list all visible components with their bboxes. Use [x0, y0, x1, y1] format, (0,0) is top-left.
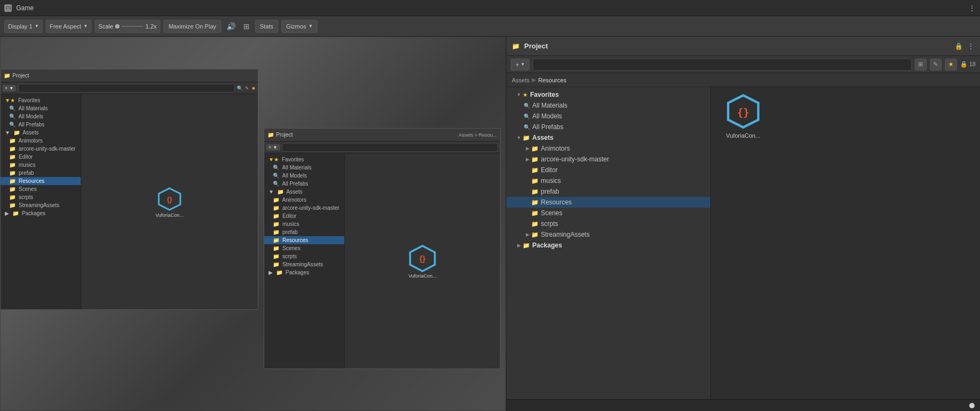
tree-scenes[interactable]: 📁 Scenes — [506, 208, 710, 218]
nested-asset-2[interactable]: {} VuforiaCon... — [408, 244, 438, 279]
aspect-dropdown[interactable]: Free Aspect ▼ — [46, 20, 91, 33]
nested-search-1[interactable] — [18, 84, 235, 93]
nested-packages-1[interactable]: ▶ 📁 Packages — [1, 209, 81, 217]
nested-project-window-1: 📁 Project + ▼ 🔍 ✎ ★ ▼★ Favorites — [0, 69, 258, 310]
maximize-on-play-button[interactable]: Maximize On Play — [164, 20, 221, 33]
nested2-all-materials[interactable]: 🔍 All Materials — [264, 164, 344, 172]
nested-icon-2: ✎ — [245, 86, 249, 91]
nested2-resources[interactable]: 📁 Resources — [264, 236, 344, 244]
nested-scrpts[interactable]: 📁 scrpts — [1, 193, 81, 201]
nested-add-btn[interactable]: + ▼ — [3, 85, 16, 91]
nested2-prefab[interactable]: 📁 prefab — [264, 228, 344, 236]
packages-label: Packages — [532, 242, 562, 249]
nested-arcore[interactable]: 📁 arcore-unity-sdk-master — [1, 145, 81, 153]
nested-streaming[interactable]: 📁 StreamingAssets — [1, 201, 81, 209]
size-slider[interactable] — [969, 403, 975, 408]
tree-musics[interactable]: 📁 musics — [506, 175, 710, 186]
streaming-label: StreamingAssets — [541, 231, 590, 238]
tree-scrpts[interactable]: 📁 scrpts — [506, 218, 710, 229]
project-header: 📁 Project 🔒 ⋮ — [506, 37, 980, 56]
tree-packages[interactable]: ▶ 📁 Packages — [506, 240, 710, 251]
vuforia-icon-large: {} — [724, 93, 762, 130]
folder-icon-assets: 📁 — [523, 134, 530, 141]
animotors-label: Animotors — [541, 145, 570, 152]
game-view[interactable]: 📁 Project + ▼ 🔍 ✎ ★ ▼★ Favorites — [0, 37, 506, 411]
packages-arrow: ▶ — [515, 242, 523, 249]
nested-all-models[interactable]: 🔍 All Models — [1, 112, 81, 121]
tree-editor[interactable]: 📁 Editor — [506, 165, 710, 175]
svg-text:{}: {} — [167, 196, 172, 203]
more-options-icon[interactable]: ⋮ — [967, 42, 975, 51]
project-search-input[interactable] — [533, 59, 911, 70]
nested-content-2: ▼★ Favorites 🔍 All Materials 🔍 All Model… — [264, 153, 500, 369]
favorites-star-icon[interactable]: ★ — [945, 59, 957, 70]
vuforia-asset-item[interactable]: {} VuforiaCon... — [716, 93, 770, 139]
nested2-scenes[interactable]: 📁 Scenes — [264, 244, 344, 252]
nested-scenes[interactable]: 📁 Scenes — [1, 185, 81, 193]
breadcrumb-resources[interactable]: Resources — [538, 77, 567, 83]
prefab-arrow — [524, 188, 531, 195]
game-title: Game — [16, 4, 34, 12]
filter-icon-2[interactable]: ✎ — [930, 59, 942, 70]
svg-text:{}: {} — [419, 254, 425, 263]
nested2-all-prefabs[interactable]: 🔍 All Prefabs — [264, 180, 344, 188]
nested-add-btn-2[interactable]: + ▼ — [266, 144, 280, 151]
arcore-label: arcore-unity-sdk-master — [541, 155, 609, 163]
gizmos-button[interactable]: Gizmos ▼ — [281, 20, 318, 33]
breadcrumb-assets[interactable]: Assets — [512, 77, 530, 83]
nested-all-prefabs[interactable]: 🔍 All Prefabs — [1, 121, 81, 129]
nested2-all-models[interactable]: 🔍 All Models — [264, 172, 344, 180]
nested-assets[interactable]: ▼ 📁 Assets — [1, 129, 81, 137]
nested-editor[interactable]: 📁 Editor — [1, 153, 81, 161]
tree-prefab[interactable]: 📁 prefab — [506, 186, 710, 197]
nested2-streaming[interactable]: 📁 StreamingAssets — [264, 260, 344, 268]
nested2-favorites[interactable]: ▼★ Favorites — [264, 155, 344, 164]
grid-button[interactable]: ⊞ — [241, 21, 252, 32]
add-button[interactable]: + ▼ — [511, 59, 530, 70]
nested-favorites[interactable]: ▼★ Favorites — [1, 96, 81, 104]
nested2-musics[interactable]: 📁 musics — [264, 220, 344, 228]
tree-arcore[interactable]: ▶ 📁 arcore-unity-sdk-master — [506, 154, 710, 165]
status-bar — [506, 399, 980, 411]
display-dropdown[interactable]: Display 1 ▼ — [4, 20, 43, 33]
tree-animotors[interactable]: ▶ 📁 Animotors — [506, 143, 710, 154]
tree-all-materials[interactable]: 🔍 All Materials — [506, 100, 710, 111]
slider-handle[interactable] — [969, 403, 975, 408]
nested2-editor[interactable]: 📁 Editor — [264, 212, 344, 220]
audio-button[interactable]: 🔊 — [224, 21, 238, 32]
nested-resources[interactable]: 📁 Resources — [1, 177, 81, 185]
lock-icon[interactable]: 🔒 — [955, 42, 963, 50]
tree-all-models[interactable]: 🔍 All Models — [506, 111, 710, 122]
musics-arrow — [524, 177, 531, 185]
dropdown-arrow: ▼ — [520, 62, 525, 67]
nested-animotors[interactable]: 📁 Animotors — [1, 137, 81, 145]
stats-button[interactable]: Stats — [255, 20, 278, 33]
folder-icon: 📁 — [512, 42, 520, 50]
nested-sidebar-2: ▼★ Favorites 🔍 All Materials 🔍 All Model… — [264, 153, 345, 369]
folder-icon-editor: 📁 — [531, 167, 539, 174]
filter-icon-1[interactable]: ⊞ — [915, 59, 927, 70]
tree-favorites-header[interactable]: ▼ ★ Favorites — [506, 89, 710, 100]
animotors-arrow: ▶ — [524, 145, 531, 152]
tree-resources[interactable]: 📁 Resources — [506, 197, 710, 208]
tree-streaming[interactable]: ▶ 📁 StreamingAssets — [506, 229, 710, 240]
nested-search-2[interactable] — [282, 143, 498, 152]
breadcrumb-nested: Assets > Resou... — [459, 132, 497, 138]
nested-all-materials[interactable]: 🔍 All Materials — [1, 104, 81, 112]
nested2-arcore[interactable]: 📁 arcore-unity-sdk-master — [264, 204, 344, 212]
nested2-packages[interactable]: ▶ 📁 Packages — [264, 268, 344, 277]
more-button[interactable]: ⋮ — [968, 4, 976, 12]
nested-prefab[interactable]: 📁 prefab — [1, 169, 81, 177]
assets-panel: {} VuforiaCon... — [711, 87, 980, 399]
nested2-animotors[interactable]: 📁 Animotors — [264, 196, 344, 204]
vuforia-icon-nested-2: {} — [408, 244, 438, 273]
nested2-scrpts[interactable]: 📁 scrpts — [264, 252, 344, 260]
nested2-assets[interactable]: ▼ 📁 Assets — [264, 188, 344, 196]
resources-label: Resources — [541, 199, 572, 206]
tree-assets-header[interactable]: ▼ 📁 Assets — [506, 132, 710, 143]
main-area: 📁 Project + ▼ 🔍 ✎ ★ ▼★ Favorites — [0, 37, 980, 411]
nested-musics[interactable]: 📁 musics — [1, 161, 81, 169]
nested-asset-1[interactable]: {} VuforiaCon... — [156, 186, 184, 218]
folder-icon-packages: 📁 — [523, 242, 530, 249]
tree-all-prefabs[interactable]: 🔍 All Prefabs — [506, 122, 710, 132]
